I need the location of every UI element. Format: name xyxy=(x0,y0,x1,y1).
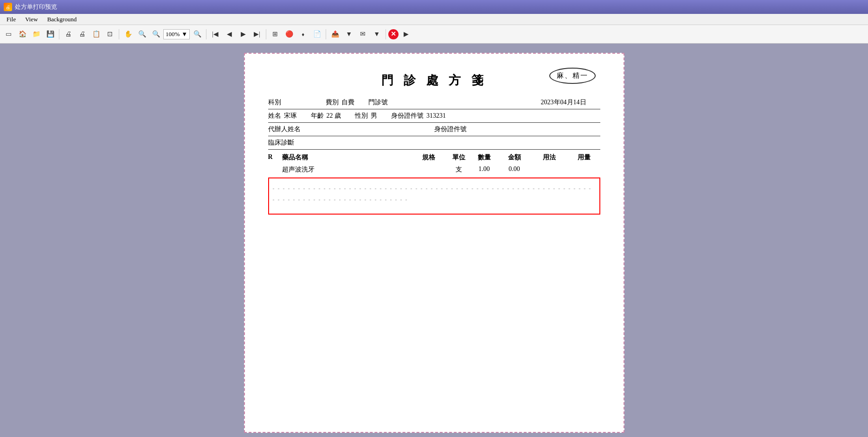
col-header-r: R xyxy=(268,153,282,162)
rx-info-row-1: 科別 費別 自費 門診號 2023年04月14日 xyxy=(268,96,600,109)
rx-id: 身份證件號 313231 xyxy=(391,112,586,120)
rx-info-row-3: 代辦人姓名 身份證件號 xyxy=(268,123,600,136)
rx-dashes: - - - - - - - - - - - - - - - - - - - - … xyxy=(273,183,596,205)
menu-background[interactable]: Background xyxy=(43,15,82,24)
toolbar-copy-btn[interactable]: 📋 xyxy=(90,28,103,41)
rx-info-row-2: 姓名 宋琢 年齡 22 歲 性別 男 身份證件號 313231 xyxy=(268,109,600,123)
toolbar-print2-btn[interactable]: 🖨 xyxy=(76,28,89,41)
zoom-value: 100% xyxy=(166,31,180,38)
toolbar-dropdown1-btn[interactable]: ▼ xyxy=(342,28,355,41)
rx-age: 年齡 22 歲 xyxy=(311,112,341,120)
toolbar-hand-btn[interactable]: ✋ xyxy=(122,28,135,41)
toolbar-sep-6 xyxy=(386,29,386,39)
item-qty-0: 1.00 xyxy=(470,165,498,174)
zoom-dropdown-icon[interactable]: ▼ xyxy=(181,31,187,38)
diagnosis-label: 臨床診斷 xyxy=(268,139,294,147)
toolbar-zoom-control[interactable]: 100% ▼ xyxy=(163,29,190,39)
item-r-0 xyxy=(268,165,282,174)
toolbar-zoom-in2-btn[interactable]: 🔍 xyxy=(191,28,204,41)
department-label: 科別 xyxy=(268,98,281,107)
item-name-0: 超声波洗牙 xyxy=(282,165,410,174)
record-label: 門診號 xyxy=(368,98,388,107)
rx-highlight-box: - - - - - - - - - - - - - - - - - - - - … xyxy=(268,177,600,215)
toolbar-last-btn[interactable]: ▶| xyxy=(251,28,264,41)
rx-proxy-id: 身份證件號 xyxy=(434,125,586,133)
item-price-0: 0.00 xyxy=(498,165,531,174)
col-header-name: 藥品名稱 xyxy=(282,153,410,162)
menu-bar: File View Background xyxy=(0,14,868,25)
col-header-qty: 數量 xyxy=(470,153,498,162)
toolbar-folder-btn[interactable]: 📁 xyxy=(30,28,43,41)
toolbar-sep-4 xyxy=(266,29,266,39)
toolbar-action2-btn[interactable]: 🔴 xyxy=(283,28,296,41)
fee-label: 費別 xyxy=(326,98,339,107)
toolbar-more-btn[interactable]: ▶ xyxy=(399,28,412,41)
id-label: 身份證件號 xyxy=(391,112,424,120)
rx-department: 科別 xyxy=(268,98,312,107)
toolbar-sep-2 xyxy=(119,29,119,39)
col-header-unit: 單位 xyxy=(447,153,470,162)
toolbar-send2-btn[interactable]: ✉ xyxy=(356,28,369,41)
toolbar-view-btn[interactable]: ⊡ xyxy=(103,28,116,41)
toolbar: ▭ 🏠 📁 💾 🖨 🖨 📋 ⊡ ✋ 🔍 🔍 100% ▼ 🔍 |◀ ◀ ▶ ▶|… xyxy=(0,25,868,44)
toolbar-save-btn[interactable]: 💾 xyxy=(44,28,57,41)
col-header-usage: 用法 xyxy=(531,153,568,162)
rx-proxy-name: 代辦人姓名 xyxy=(268,125,420,133)
rx-table-row-0: 超声波洗牙 支 1.00 0.00 xyxy=(268,164,600,176)
col-header-dose: 用量 xyxy=(568,153,600,162)
date-value: 2023年04月14日 xyxy=(541,98,586,107)
toolbar-first-btn[interactable]: |◀ xyxy=(209,28,222,41)
toolbar-dropdown2-btn[interactable]: ▼ xyxy=(370,28,383,41)
toolbar-sep-1 xyxy=(59,29,59,39)
toolbar-zoom-out-btn[interactable]: 🔍 xyxy=(149,28,162,41)
app-icon: 🖨 xyxy=(4,3,12,11)
toolbar-new-btn[interactable]: ▭ xyxy=(2,28,15,41)
age-label: 年齡 xyxy=(311,112,324,120)
toolbar-action4-btn[interactable]: 📄 xyxy=(310,28,323,41)
gender-value: 男 xyxy=(371,112,377,120)
main-area: 麻、精一 門 診 處 方 箋 科別 費別 自費 門診號 2023年04月14日 xyxy=(0,44,868,437)
col-header-price: 金額 xyxy=(498,153,531,162)
toolbar-close-btn[interactable]: ✕ xyxy=(388,29,399,39)
fee-value: 自費 xyxy=(341,98,354,107)
document: 麻、精一 門 診 處 方 箋 科別 費別 自費 門診號 2023年04月14日 xyxy=(244,53,624,433)
id-value: 313231 xyxy=(426,112,446,120)
toolbar-zoom-in-btn[interactable]: 🔍 xyxy=(135,28,148,41)
rx-date: 2023年04月14日 xyxy=(541,98,586,107)
age-value: 22 歲 xyxy=(327,112,341,120)
proxy-label: 代辦人姓名 xyxy=(268,125,301,133)
proxy-id-label: 身份證件號 xyxy=(434,125,467,133)
rx-record: 門診號 xyxy=(368,98,527,107)
title-bar: 🖨 处方单打印预览 xyxy=(0,0,868,14)
toolbar-prev-btn[interactable]: ◀ xyxy=(223,28,236,41)
patient-name: 宋琢 xyxy=(284,112,297,120)
toolbar-open-btn[interactable]: 🏠 xyxy=(16,28,29,41)
patient-label: 姓名 xyxy=(268,112,281,120)
item-dose-0 xyxy=(568,165,600,174)
menu-view[interactable]: View xyxy=(20,15,42,24)
toolbar-send1-btn[interactable]: 📤 xyxy=(328,28,341,41)
rx-fee: 費別 自費 xyxy=(326,98,354,107)
col-header-spec: 規格 xyxy=(410,153,447,162)
gender-label: 性別 xyxy=(355,112,368,120)
toolbar-action1-btn[interactable]: ⊞ xyxy=(269,28,282,41)
diagnosis-value xyxy=(294,139,600,147)
rx-stamp: 麻、精一 xyxy=(549,68,596,84)
rx-table-header: R 藥品名稱 規格 單位 數量 金額 用法 用量 xyxy=(268,150,600,164)
rx-diagnosis-row: 臨床診斷 xyxy=(268,136,600,150)
toolbar-action3-btn[interactable]: ⬧ xyxy=(296,28,309,41)
item-unit-0: 支 xyxy=(447,165,470,174)
item-usage-0 xyxy=(531,165,568,174)
menu-file[interactable]: File xyxy=(2,15,20,24)
toolbar-sep-3 xyxy=(206,29,206,39)
item-spec-0 xyxy=(410,165,447,174)
rx-gender: 性別 男 xyxy=(355,112,377,120)
toolbar-next-btn[interactable]: ▶ xyxy=(237,28,250,41)
window-title: 处方单打印预览 xyxy=(15,3,57,11)
toolbar-print-btn[interactable]: 🖨 xyxy=(62,28,75,41)
rx-patient-name: 姓名 宋琢 xyxy=(268,112,297,120)
toolbar-sep-5 xyxy=(326,29,326,39)
